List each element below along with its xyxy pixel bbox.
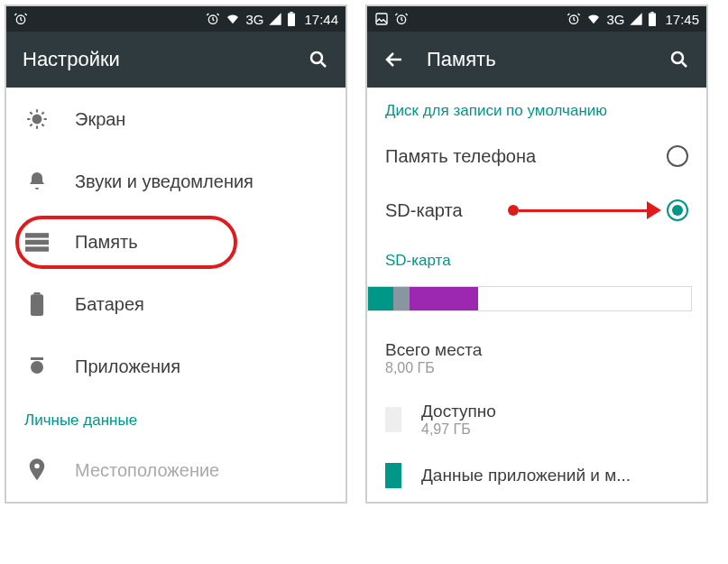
- battery-icon: [648, 12, 657, 26]
- network-label: 3G: [606, 12, 624, 27]
- stat-label: Доступно: [421, 402, 496, 421]
- svg-rect-17: [651, 12, 654, 14]
- stat-total[interactable]: Всего места 8,00 ГБ: [367, 328, 706, 389]
- storage-icon: [24, 233, 50, 253]
- radio-checked-icon: [667, 199, 688, 221]
- radio-phone-storage[interactable]: Память телефона: [367, 129, 706, 183]
- svg-rect-9: [31, 294, 43, 316]
- row-battery[interactable]: Батарея: [6, 273, 346, 336]
- settings-list: Экран Звуки и уведомления Память Батарея: [6, 88, 346, 502]
- svg-point-5: [32, 115, 42, 125]
- app-bar: Настройки: [6, 32, 346, 88]
- annotation-arrow: [508, 201, 661, 219]
- svg-rect-10: [33, 292, 40, 294]
- signal-icon: [268, 12, 282, 26]
- clock-time: 17:44: [304, 12, 338, 27]
- page-title: Настройки: [23, 48, 120, 71]
- svg-rect-6: [25, 233, 49, 237]
- row-display[interactable]: Экран: [6, 88, 346, 151]
- alarm-icon: [394, 12, 409, 26]
- swatch-free: [385, 407, 401, 432]
- svg-rect-3: [290, 12, 293, 14]
- row-label: Приложения: [75, 356, 180, 377]
- radio-sd-card[interactable]: SD-карта: [367, 183, 706, 237]
- svg-rect-11: [31, 357, 43, 360]
- row-label: Батарея: [75, 294, 144, 315]
- alarm-icon: [567, 12, 581, 26]
- seg-media: [410, 287, 478, 310]
- seg-other: [393, 287, 410, 310]
- swatch-apps: [385, 463, 401, 488]
- stat-value: 4,97 ГБ: [421, 421, 496, 438]
- phone-right: 3G 17:45 Память Диск для записи по умолч…: [365, 5, 708, 504]
- svg-point-12: [31, 361, 43, 374]
- stat-appdata[interactable]: Данные приложений и м...: [367, 450, 706, 501]
- clock-time: 17:45: [665, 12, 699, 27]
- alarm-icon: [206, 12, 220, 26]
- page-title: Память: [427, 48, 496, 71]
- svg-rect-8: [25, 246, 49, 251]
- search-icon[interactable]: [668, 49, 690, 70]
- network-label: 3G: [245, 12, 263, 27]
- radio-unchecked-icon: [667, 145, 688, 167]
- bell-icon: [24, 171, 50, 192]
- seg-apps: [368, 287, 393, 310]
- stat-available[interactable]: Доступно 4,97 ГБ: [367, 389, 706, 450]
- section-sd-card: SD-карта: [367, 237, 706, 279]
- svg-rect-2: [288, 14, 295, 26]
- storage-usage-bar: [367, 286, 692, 311]
- app-bar: Память: [367, 32, 706, 88]
- wifi-icon: [225, 12, 241, 26]
- svg-point-4: [311, 52, 322, 63]
- signal-icon: [629, 12, 643, 26]
- svg-rect-13: [376, 14, 387, 24]
- row-location[interactable]: Местоположение: [6, 439, 346, 502]
- back-icon[interactable]: [383, 49, 405, 70]
- svg-rect-16: [649, 14, 656, 26]
- stat-label: Данные приложений и м...: [421, 466, 631, 485]
- row-label: Память: [75, 232, 138, 253]
- phone-left: 3G 17:44 Настройки Экран Звуки и у: [5, 5, 347, 504]
- wifi-icon: [585, 12, 602, 26]
- radio-label: Память телефона: [385, 146, 536, 167]
- stat-value: 8,00 ГБ: [385, 360, 482, 376]
- location-icon: [24, 458, 50, 482]
- status-bar: 3G 17:44: [6, 6, 346, 32]
- svg-point-18: [672, 52, 683, 63]
- brightness-icon: [24, 107, 50, 131]
- battery-icon: [24, 292, 50, 316]
- row-label: Местоположение: [75, 460, 219, 481]
- svg-rect-7: [25, 239, 49, 244]
- image-icon: [374, 12, 389, 26]
- seg-free: [478, 287, 691, 310]
- section-default-disk: Диск для записи по умолчанию: [367, 88, 706, 129]
- battery-icon: [287, 12, 296, 26]
- alarm-icon: [14, 12, 28, 26]
- section-personal: Личные данные: [6, 397, 346, 439]
- row-sound[interactable]: Звуки и уведомления: [6, 151, 346, 212]
- row-label: Звуки и уведомления: [75, 171, 253, 192]
- radio-label: SD-карта: [385, 200, 463, 221]
- status-bar: 3G 17:45: [367, 6, 706, 32]
- stat-label: Всего места: [385, 340, 482, 360]
- row-apps[interactable]: Приложения: [6, 336, 346, 397]
- search-icon[interactable]: [308, 49, 329, 70]
- row-storage[interactable]: Память: [6, 212, 346, 273]
- apps-icon: [24, 356, 50, 377]
- row-label: Экран: [75, 109, 125, 130]
